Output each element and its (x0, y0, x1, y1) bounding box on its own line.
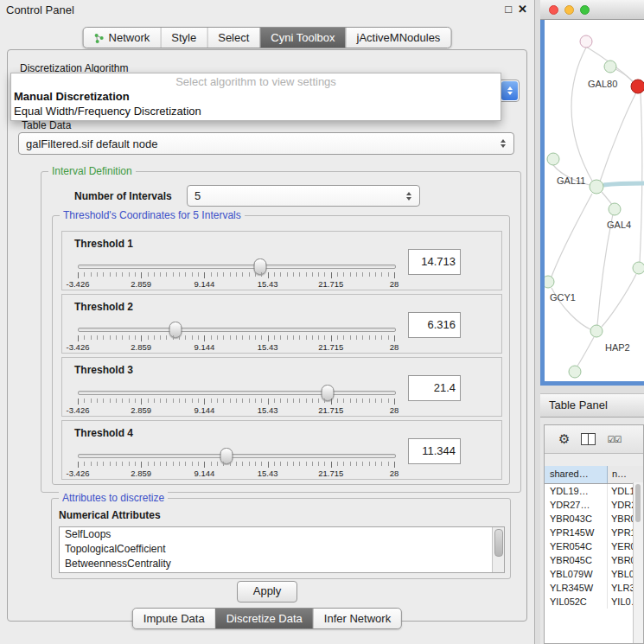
interval-definition-group: Interval Definition Number of Intervals … (41, 171, 521, 493)
popup-option-equal-width-frequency[interactable]: Equal Width/Frequency Discretization (11, 104, 501, 118)
table-row[interactable]: YBR045CYBR0… (545, 553, 643, 567)
threshold-2-slider[interactable]: -3.426 2.859 9.144 15.43 21.715 28 (78, 321, 394, 352)
numerical-attributes-heading: Numerical Attributes (59, 509, 161, 521)
popup-option-manual-discretization[interactable]: Manual Discretization (11, 89, 501, 104)
slider-track[interactable] (78, 391, 396, 395)
network-node[interactable] (569, 366, 581, 378)
float-window-icon[interactable]: □ (505, 3, 512, 16)
list-item[interactable]: BetweennessCentrality (60, 557, 504, 571)
table-row[interactable]: YPR145WYPR1… (545, 526, 643, 539)
tab-label: Select (218, 31, 249, 44)
table-panel-title: Table Panel (540, 393, 644, 418)
network-node[interactable] (604, 61, 616, 73)
attributes-listbox[interactable]: SelfLoops TopologicalCoefficient Between… (59, 526, 505, 573)
tab-label: Infer Network (324, 612, 391, 625)
combo-stepper-icon[interactable] (402, 192, 419, 201)
threshold-3-panel: Threshold 3 -3.426 2.859 (61, 357, 502, 417)
list-item[interactable]: TopologicalCoefficient (60, 542, 504, 557)
network-view-window: GAL80 GAL11 GAL4 GCY1 HAP2 (540, 0, 644, 386)
threshold-1-slider[interactable]: -3.426 2.859 9.144 15.43 21.715 28 (78, 258, 394, 289)
scrollbar-thumb[interactable] (635, 484, 641, 522)
network-node[interactable] (580, 35, 592, 48)
network-node-gal4[interactable] (609, 203, 621, 215)
combo-stepper-icon[interactable] (501, 81, 518, 100)
close-window-icon[interactable] (549, 5, 558, 15)
threshold-2-value-input[interactable]: 6.316 (408, 312, 461, 338)
network-node-hap2[interactable] (590, 325, 603, 337)
column-header-name[interactable]: n… (608, 466, 643, 483)
table-row[interactable]: YIL052CYIL0… (545, 595, 643, 609)
select-columns-checkbox-icon[interactable]: ☑☑ (607, 435, 621, 444)
scrollbar-thumb[interactable] (494, 529, 503, 557)
control-panel-window: Control Panel □ ✕ Network (0, 0, 535, 644)
table-row[interactable]: YBL079WYBL0… (545, 567, 643, 581)
list-item[interactable]: SelfLoops (60, 527, 504, 542)
tab-label: Impute Data (143, 612, 205, 625)
slider-track[interactable] (78, 328, 396, 332)
table-row[interactable]: YBR043CYBR0… (545, 512, 643, 526)
tab-cyni-toolbox[interactable]: Cyni Toolbox (259, 28, 345, 48)
threshold-4-value-input[interactable]: 11.344 (408, 438, 461, 464)
network-node[interactable] (547, 153, 559, 165)
list-scrollbar[interactable] (492, 527, 504, 572)
network-node[interactable] (633, 262, 644, 274)
threshold-4-slider[interactable]: -3.426 2.859 9.144 15.43 21.715 28 (78, 447, 394, 478)
tab-impute-data[interactable]: Impute Data (133, 609, 215, 628)
table-row[interactable]: YER054CYER0… (545, 539, 643, 553)
number-of-intervals-combobox[interactable]: 5 (187, 185, 420, 207)
tab-jactivemodules[interactable]: jActiveMNodules (346, 28, 451, 48)
table-data-value: galFiltered.sif default node (19, 137, 496, 150)
tab-infer-network[interactable]: Infer Network (313, 609, 401, 628)
table-panel-body: ⚙ ☑☑ shared… n… YDL19…YDL1… YDR27…YDR2… … (544, 424, 644, 644)
node-label: GAL80 (588, 79, 617, 89)
threshold-3-slider[interactable]: -3.426 2.859 9.144 15.43 21.715 28 (78, 384, 394, 415)
combo-stepper-icon[interactable] (496, 139, 513, 148)
threshold-4-panel: Threshold 4 -3.426 2.859 (61, 420, 502, 480)
slider-tick-labels: -3.426 2.859 9.144 15.43 21.715 28 (78, 469, 394, 478)
apply-button[interactable]: Apply (237, 581, 297, 603)
network-node-gcy1[interactable] (545, 276, 554, 288)
network-node-gal11[interactable] (590, 180, 603, 194)
number-of-intervals-label: Number of Intervals (74, 190, 172, 202)
slider-track[interactable] (78, 454, 396, 458)
node-label: GAL4 (607, 220, 631, 230)
table-row[interactable]: YDL19…YDL1… (545, 484, 643, 498)
network-window-titlebar[interactable] (540, 0, 644, 20)
table-data-combobox[interactable]: galFiltered.sif default node (18, 132, 514, 155)
table-data-label: Table Data (22, 119, 71, 131)
popup-placeholder-item[interactable]: Select algorithm to view settings (11, 73, 501, 89)
slider-track[interactable] (78, 265, 396, 269)
table-row[interactable]: YDR27…YDR2… (545, 498, 643, 512)
network-canvas[interactable]: GAL80 GAL11 GAL4 GCY1 HAP2 (545, 20, 644, 381)
minimize-window-icon[interactable] (564, 5, 574, 15)
table-scrollbar[interactable] (633, 482, 643, 643)
zoom-window-icon[interactable] (580, 5, 590, 15)
node-label: HAP2 (605, 342, 630, 353)
tab-style[interactable]: Style (160, 28, 207, 48)
tab-select[interactable]: Select (207, 28, 259, 48)
threshold-3-value-input[interactable]: 21.4 (408, 375, 461, 401)
node-label: GCY1 (550, 292, 576, 303)
attributes-group-title: Attributes to discretize (59, 492, 168, 504)
selected-red-node[interactable] (631, 80, 644, 93)
columns-icon[interactable] (581, 433, 596, 445)
thick-edge[interactable] (603, 183, 644, 185)
edges (552, 47, 642, 367)
table-panel: Table Panel ⚙ ☑☑ shared… n… YDL19…YDL1… … (540, 393, 644, 644)
table-row[interactable]: YLR345WYLR3… (545, 581, 643, 595)
threshold-3-label: Threshold 3 (74, 364, 133, 376)
slider-tick-labels: -3.426 2.859 9.144 15.43 21.715 28 (78, 342, 394, 352)
tab-label: Cyni Toolbox (271, 31, 335, 44)
threshold-1-value-input[interactable]: 14.713 (408, 249, 461, 275)
thresholds-group-title: Threshold's Coordinates for 5 Intervals (60, 209, 245, 221)
tab-discretize-data[interactable]: Discretize Data (215, 609, 313, 628)
top-tab-bar: Network Style Select Cyni Toolbox jActiv… (83, 27, 452, 48)
column-header-shared-name[interactable]: shared… (545, 466, 608, 483)
slider-ticks (78, 462, 394, 468)
close-window-icon[interactable]: ✕ (518, 3, 527, 16)
toolbar-spacer (545, 454, 643, 466)
tab-network[interactable]: Network (84, 28, 161, 48)
app-screen: Control Panel □ ✕ Network (0, 0, 644, 644)
gear-icon[interactable]: ⚙ (558, 431, 570, 447)
slider-tick-labels: -3.426 2.859 9.144 15.43 21.715 28 (78, 279, 394, 289)
